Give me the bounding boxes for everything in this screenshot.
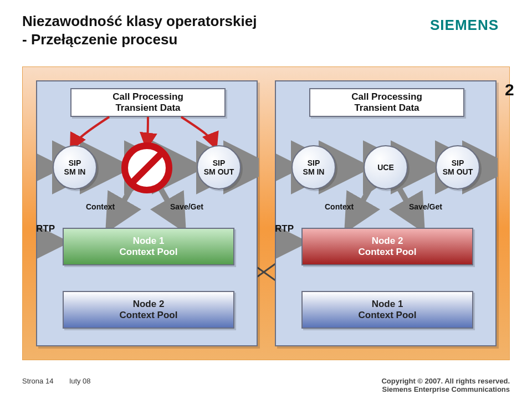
- footer-copyright: Copyright © 2007. All rights reserved.: [381, 377, 510, 385]
- rtp-label-left: RTP: [36, 223, 55, 234]
- footer-left: Strona 14 luty 08: [22, 377, 91, 393]
- saveget-label-left: Save/Get: [170, 202, 203, 211]
- node1-pool-mirror-right: Node 1 Context Pool: [301, 291, 473, 329]
- siemens-logo: SIEMENS: [430, 17, 499, 34]
- cp-l2: Transient Data: [115, 103, 180, 113]
- sip-sm-in-left: SIPSM IN: [53, 145, 97, 190]
- diagram-stage: 1 2 Call Processing Transient Data: [22, 66, 510, 360]
- cp-l1: Call Processing: [112, 91, 183, 102]
- node-panel-left: Call Processing Transient Data: [36, 80, 258, 346]
- node1-pool-left: Node 1 Context Pool: [63, 228, 234, 265]
- footer-company: Siemens Enterprise Communications: [381, 385, 510, 393]
- sip-sm-out-right: SIPSM OUT: [436, 145, 480, 190]
- context-label-right: Context: [325, 202, 354, 211]
- panel-number-2: 2: [505, 80, 514, 99]
- node2-pool-right: Node 2 Context Pool: [301, 228, 473, 265]
- footer: Strona 14 luty 08 Copyright © 2007. All …: [22, 377, 510, 393]
- sip-sm-out-left: SIPSM OUT: [197, 145, 241, 190]
- node-panel-right: Call Processing Transient Data SIPSM IN …: [275, 80, 497, 346]
- prohibit-icon: [120, 141, 173, 195]
- context-label-left: Context: [86, 202, 115, 211]
- sip-sm-in-right: SIPSM IN: [291, 145, 336, 190]
- title-line1: Niezawodność klasy operatorskiej: [22, 12, 257, 30]
- footer-page: Strona 14: [22, 377, 53, 385]
- call-processing-box-left: Call Processing Transient Data: [70, 88, 226, 117]
- call-processing-box-right: Call Processing Transient Data: [309, 88, 464, 117]
- page-title: Niezawodność klasy operatorskiej - Przeł…: [22, 12, 257, 48]
- title-line2: - Przełączenie procesu: [22, 30, 257, 49]
- saveget-label-right: Save/Get: [409, 202, 442, 211]
- node2-pool-mirror-left: Node 2 Context Pool: [63, 291, 234, 329]
- footer-date: luty 08: [69, 377, 90, 385]
- footer-right: Copyright © 2007. All rights reserved. S…: [381, 377, 510, 393]
- uce-right: UCE: [364, 145, 408, 190]
- rtp-label-right: RTP: [275, 223, 294, 234]
